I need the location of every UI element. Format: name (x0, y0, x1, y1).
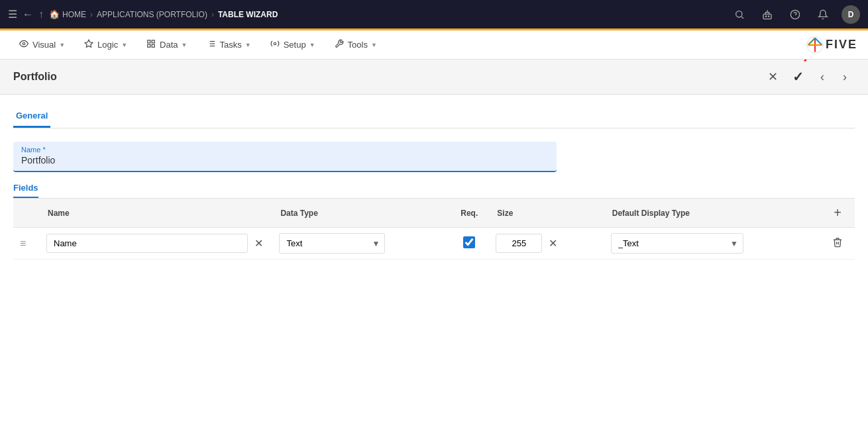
req-checkbox[interactable] (463, 236, 475, 248)
tab-visual-caret: ▼ (59, 42, 65, 48)
avatar[interactable]: D (841, 5, 860, 24)
display-type-select-wrapper: _Text _Number _Date _Checkbox _TextArea … (611, 233, 743, 254)
tab-logic-caret: ▼ (121, 42, 127, 48)
tab-setup-label: Setup (284, 40, 306, 50)
tab-logic-label: Logic (97, 40, 118, 50)
panel: Portfolio ✕ ✓ ↗ ‹ › General (0, 60, 868, 437)
table-header-row: Name Data Type Req. Size Default Display… (13, 199, 855, 228)
tasks-icon (206, 39, 217, 50)
svg-rect-8 (152, 40, 154, 43)
svg-point-17 (274, 42, 276, 45)
svg-line-1 (741, 17, 743, 19)
col-req-header: Req. (449, 199, 489, 228)
size-wrapper: ✕ (496, 234, 597, 253)
logic-icon (83, 39, 94, 50)
fields-table: Name Data Type Req. Size Default Display… (13, 198, 855, 260)
inner-tab-general[interactable]: General (13, 105, 50, 128)
visual-icon (19, 39, 29, 50)
drag-handle-cell: ≡ (13, 228, 40, 260)
close-button[interactable]: ✕ (762, 66, 783, 87)
breadcrumb: 🏠 HOME › APPLICATIONS (PORTFOLIO) › TABL… (49, 9, 278, 19)
top-nav: ☰ ← ↑ 🏠 HOME › APPLICATIONS (PORTFOLIO) … (0, 0, 868, 30)
table-row: ≡ ✕ Text (13, 228, 855, 260)
fields-section: Fields Name Data Type Req. Size Default … (13, 183, 855, 260)
name-form-group: Name * (13, 142, 855, 172)
col-displaytype-header: Default Display Type (604, 199, 820, 228)
back-icon[interactable]: ← (23, 9, 33, 21)
tab-data[interactable]: Data ▼ (138, 35, 195, 54)
tab-visual[interactable]: Visual ▼ (11, 35, 73, 54)
add-field-button[interactable]: + (834, 205, 841, 220)
save-button-container: ✓ ↗ (787, 66, 808, 87)
field-name-cell: ✕ (40, 228, 272, 260)
tab-tasks-caret: ▼ (245, 42, 251, 48)
svg-point-3 (765, 16, 766, 17)
field-name-input[interactable] (46, 234, 248, 253)
svg-rect-2 (763, 14, 771, 19)
inner-tabs: General (13, 105, 855, 128)
tab-tools-label: Tools (348, 40, 368, 50)
data-type-select-wrapper: Text Integer Decimal Boolean Date DateTi… (279, 233, 385, 254)
svg-rect-7 (148, 40, 150, 43)
red-arrow-annotation: ↗ (798, 60, 816, 67)
drag-handle[interactable]: ≡ (20, 238, 26, 249)
panel-actions: ✕ ✓ ↗ ‹ › (762, 66, 855, 87)
col-name-header: Name (40, 199, 272, 228)
secondary-nav: Visual ▼ Logic ▼ Data ▼ Tasks ▼ (0, 30, 868, 60)
tab-tools-caret: ▼ (371, 42, 377, 48)
five-logo: FIVE (806, 36, 857, 54)
name-input[interactable] (21, 155, 549, 166)
bell-icon-btn[interactable] (814, 5, 832, 24)
svg-point-4 (768, 16, 769, 17)
tab-data-caret: ▼ (182, 42, 188, 48)
breadcrumb-home[interactable]: 🏠 HOME (49, 9, 86, 19)
req-cell (449, 228, 489, 260)
menu-icon[interactable]: ☰ (8, 8, 17, 21)
display-type-select[interactable]: _Text _Number _Date _Checkbox _TextArea (611, 233, 743, 254)
size-cell: ✕ (489, 228, 604, 260)
col-drag (13, 199, 40, 228)
tab-tools[interactable]: Tools ▼ (326, 35, 385, 54)
delete-cell (820, 228, 855, 260)
bot-icon-btn[interactable] (758, 5, 777, 24)
svg-point-0 (736, 11, 742, 17)
size-input[interactable] (496, 234, 542, 253)
prev-button[interactable]: ‹ (812, 67, 832, 87)
tab-logic[interactable]: Logic ▼ (76, 35, 135, 54)
data-icon (146, 39, 156, 50)
delete-row-button[interactable] (827, 234, 848, 253)
save-button[interactable]: ✓ (787, 66, 808, 87)
home-icon: 🏠 (49, 9, 60, 19)
name-field: Name * (13, 142, 557, 172)
search-icon-btn[interactable] (730, 5, 749, 24)
nav-arrows: ‹ › (812, 67, 855, 87)
tab-visual-label: Visual (32, 40, 56, 50)
svg-rect-9 (148, 44, 150, 47)
breadcrumb-applications[interactable]: APPLICATIONS (PORTFOLIO) (97, 10, 207, 19)
data-type-select[interactable]: Text Integer Decimal Boolean Date DateTi… (279, 233, 385, 254)
svg-rect-10 (152, 44, 154, 47)
data-type-cell: Text Integer Decimal Boolean Date DateTi… (272, 228, 449, 260)
tools-icon (334, 39, 345, 50)
clear-name-button[interactable]: ✕ (252, 236, 266, 251)
tab-data-label: Data (160, 40, 178, 50)
field-name-wrapper: ✕ (46, 234, 266, 253)
clear-size-button[interactable]: ✕ (546, 236, 560, 251)
up-icon[interactable]: ↑ (38, 9, 44, 21)
panel-header: Portfolio ✕ ✓ ↗ ‹ › (0, 60, 868, 95)
panel-body: General Name * Fields Name Data (0, 95, 868, 437)
col-datatype-header: Data Type (272, 199, 449, 228)
main-content: Portfolio ✕ ✓ ↗ ‹ › General (0, 60, 868, 437)
tab-setup[interactable]: Setup ▼ (262, 35, 323, 54)
setup-icon (270, 39, 280, 50)
next-button[interactable]: › (835, 67, 855, 87)
fields-section-label: Fields (13, 183, 38, 198)
breadcrumb-chevron-2: › (211, 10, 214, 19)
tab-tasks[interactable]: Tasks ▼ (198, 35, 259, 54)
display-type-cell: _Text _Number _Date _Checkbox _TextArea … (604, 228, 820, 260)
help-icon-btn[interactable] (786, 5, 804, 24)
breadcrumb-chevron-1: › (90, 10, 93, 19)
col-add-header: + (820, 199, 855, 228)
panel-title: Portfolio (13, 71, 57, 83)
col-size-header: Size (489, 199, 604, 228)
